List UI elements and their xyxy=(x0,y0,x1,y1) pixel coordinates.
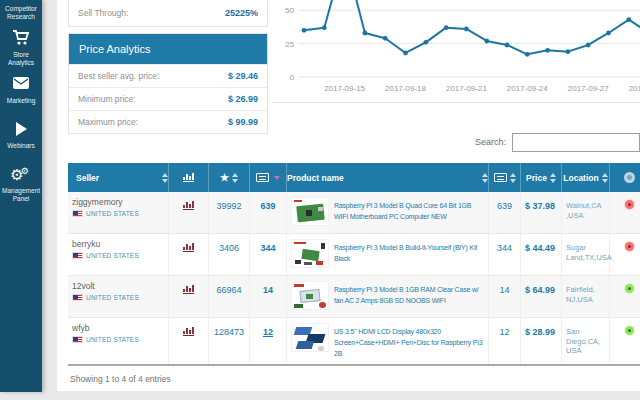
status-indicator-dot xyxy=(625,284,634,293)
sidebar-item-marketing[interactable]: Marketing xyxy=(0,76,42,105)
play-icon xyxy=(0,121,42,139)
rating-cell: 66964 xyxy=(209,276,250,317)
sort-icon xyxy=(162,173,168,183)
rating-value[interactable]: 128473 xyxy=(214,327,244,337)
product-cell: Raspberry Pi 3 Model B Quad Core 64 Bit … xyxy=(287,192,489,233)
stat-value: $ 29.46 xyxy=(228,71,258,81)
seller-history-chart-icon[interactable] xyxy=(183,285,194,294)
search-input[interactable] xyxy=(512,133,640,152)
product-thumbnail xyxy=(291,197,329,226)
sidebar-item-label: Marketing xyxy=(0,97,42,105)
rating-value[interactable]: 66964 xyxy=(216,285,241,295)
us-flag-icon xyxy=(72,336,83,343)
column-header-quantity[interactable] xyxy=(489,163,521,192)
seller-name: berryku xyxy=(72,239,164,250)
svg-text:25: 25 xyxy=(285,40,294,49)
product-name-link[interactable]: Raspberry Pi 3 Model B 1GB RAM Clear Cas… xyxy=(334,281,484,312)
rating-cell: 3406 xyxy=(209,234,250,275)
country-label: UNITED STATES xyxy=(86,294,139,301)
sort-desc-icon xyxy=(274,176,280,180)
seller-history-chart-icon[interactable] xyxy=(183,327,194,336)
column-header-status[interactable] xyxy=(610,163,640,192)
quantity-cell: 12 xyxy=(489,318,521,364)
sort-icon xyxy=(602,173,608,183)
seller-cell: berryku UNITED STATES xyxy=(68,234,169,275)
product-cell: Raspberry Pi 3 Model B Build-It-Yourself… xyxy=(287,234,489,275)
rating-cell: 39992 xyxy=(209,192,250,233)
price-analytics-title: Price Analytics xyxy=(69,34,267,64)
table-row: 12volt UNITED STATES 66964 14 Raspberry … xyxy=(68,276,640,318)
seller-history-chart-icon[interactable] xyxy=(183,201,194,210)
column-header-product-name[interactable]: Product name xyxy=(287,163,489,192)
column-header-chart[interactable] xyxy=(169,163,209,192)
sidebar-item-management-panel[interactable]: ⚙⚙ Management Panel xyxy=(0,166,42,203)
price-value: $ 28.99 xyxy=(525,323,555,359)
column-header-rating[interactable]: ★ xyxy=(209,163,250,192)
product-name-link[interactable]: Raspberry Pi 3 Model B Build-It-Yourself… xyxy=(334,239,484,270)
stat-label: Maximum price: xyxy=(78,117,138,127)
seller-name: 12volt xyxy=(72,281,164,292)
seller-country: UNITED STATES xyxy=(72,210,164,217)
sell-through-label: Sell Through: xyxy=(78,8,128,18)
rating-value[interactable]: 39992 xyxy=(216,201,241,211)
seller-name: ziggymemory xyxy=(72,197,164,208)
sort-icon xyxy=(550,173,556,183)
svg-text:2017-09-24: 2017-09-24 xyxy=(507,84,548,93)
sold-value[interactable]: 639 xyxy=(260,201,275,211)
sold-cell: 344 xyxy=(250,234,287,275)
star-icon: ★ xyxy=(220,172,229,183)
seller-country: UNITED STATES xyxy=(72,336,164,343)
table-row: wfyb UNITED STATES 128473 12 US 3.5" HDM… xyxy=(68,318,640,365)
rating-value[interactable]: 3406 xyxy=(219,243,239,253)
sold-value[interactable]: 14 xyxy=(263,285,273,295)
quantity-cell: 344 xyxy=(489,234,521,275)
seller-history-chart-icon[interactable] xyxy=(183,243,194,252)
column-header-seller[interactable]: Seller xyxy=(68,163,169,192)
table-row: berryku UNITED STATES 3406 344 Raspberry… xyxy=(68,234,640,276)
stat-value: $ 26.99 xyxy=(228,94,258,104)
rating-cell: 128473 xyxy=(209,318,250,364)
seller-name: wfyb xyxy=(72,323,164,334)
sort-icon xyxy=(482,173,488,183)
sellers-table: Seller ★ Product name xyxy=(68,163,640,391)
quantity-value: 639 xyxy=(497,201,512,211)
listbox-icon xyxy=(494,173,507,182)
quantity-cell: 639 xyxy=(489,192,521,233)
sold-value[interactable]: 344 xyxy=(260,243,275,253)
product-name-link[interactable]: US 3.5" HDMI LCD Display 480x320 Screen+… xyxy=(334,323,484,359)
svg-text:2017-09-27: 2017-09-27 xyxy=(568,84,609,93)
country-label: UNITED STATES xyxy=(86,252,139,259)
status-cell xyxy=(610,234,640,275)
sidebar-item-label: Competitor Research xyxy=(0,5,42,21)
sell-through-row: Sell Through: 25225% xyxy=(68,0,268,27)
product-thumbnail xyxy=(291,323,329,352)
sold-value[interactable]: 12 xyxy=(263,327,273,337)
svg-text:50: 50 xyxy=(285,6,294,15)
sold-cell: 12 xyxy=(250,318,287,364)
sell-through-value: 25225% xyxy=(225,8,258,18)
stat-label: Minimum price: xyxy=(78,94,136,104)
sidebar-item-store-analytics[interactable]: Store Analytics xyxy=(0,30,42,67)
sidebar-item-webinars[interactable]: Webinars xyxy=(0,121,42,150)
chart-canvas: 025502017-09-152017-09-182017-09-212017-… xyxy=(272,0,640,103)
product-cell: Raspberry Pi 3 Model B 1GB RAM Clear Cas… xyxy=(287,276,489,317)
price-value: $ 37.98 xyxy=(525,197,555,228)
column-header-sold[interactable] xyxy=(250,163,287,192)
column-header-location[interactable]: Location xyxy=(562,163,610,192)
search-label: Search: xyxy=(475,137,506,147)
page: Competitor Research Store Analytics Mark… xyxy=(0,0,640,400)
seller-cell: 12volt UNITED STATES xyxy=(68,276,169,317)
product-thumbnail xyxy=(291,239,329,268)
product-name-link[interactable]: Raspberry Pi 3 Model B Quad Core 64 Bit … xyxy=(334,197,484,228)
column-header-price[interactable]: Price xyxy=(521,163,562,192)
us-flag-icon xyxy=(72,210,83,217)
competitor-research-icon xyxy=(0,0,42,2)
seller-cell: ziggymemory UNITED STATES xyxy=(68,192,169,233)
column-label: Product name xyxy=(287,173,344,183)
sidebar-item-label: Webinars xyxy=(0,142,42,150)
svg-text:2017-09-18: 2017-09-18 xyxy=(385,84,426,93)
status-cell xyxy=(610,192,640,233)
sidebar-item-label: Store Analytics xyxy=(0,51,42,67)
sidebar-item-competitor-research[interactable]: Competitor Research xyxy=(0,0,42,21)
sort-icon xyxy=(510,173,516,183)
